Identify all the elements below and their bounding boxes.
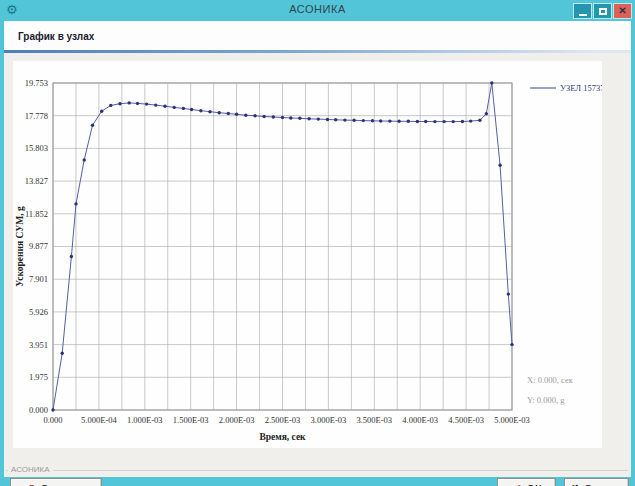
data-point-marker[interactable] bbox=[190, 108, 193, 111]
data-point-marker[interactable] bbox=[145, 102, 148, 105]
data-point-marker[interactable] bbox=[173, 106, 176, 109]
data-point-marker[interactable] bbox=[461, 120, 464, 123]
data-point-marker[interactable] bbox=[326, 118, 329, 121]
y-tick-label: 19.753 bbox=[25, 78, 48, 88]
data-point-marker[interactable] bbox=[424, 120, 427, 123]
data-point-marker[interactable] bbox=[109, 104, 112, 107]
data-point-marker[interactable] bbox=[100, 110, 103, 113]
data-point-marker[interactable] bbox=[136, 102, 139, 105]
data-point-marker[interactable] bbox=[478, 119, 481, 122]
data-point-marker[interactable] bbox=[388, 119, 391, 122]
x-axis-title: Время, сек bbox=[259, 432, 306, 442]
y-tick-label: 0.000 bbox=[29, 405, 48, 415]
data-point-marker[interactable] bbox=[469, 119, 472, 122]
data-point-marker[interactable] bbox=[272, 115, 275, 118]
footer-bar: АСОНИКА ? Справка ✔ ОК ✗ Отмена bbox=[4, 463, 631, 486]
x-tick-label: 5.000E-04 bbox=[81, 415, 117, 425]
data-point-marker[interactable] bbox=[352, 119, 355, 122]
y-axis-title: Ускорения СУМ, g bbox=[15, 206, 25, 287]
data-point-marker[interactable] bbox=[118, 102, 121, 105]
data-point-marker[interactable] bbox=[74, 202, 77, 205]
data-point-marker[interactable] bbox=[490, 81, 493, 84]
data-point-marker[interactable] bbox=[334, 118, 337, 121]
data-point-marker[interactable] bbox=[199, 109, 202, 112]
data-point-marker[interactable] bbox=[498, 164, 501, 167]
footer-group-label: АСОНИКА bbox=[8, 465, 53, 474]
data-point-marker[interactable] bbox=[371, 119, 374, 122]
data-point-marker[interactable] bbox=[61, 352, 64, 355]
y-tick-label: 1.975 bbox=[29, 372, 48, 382]
window-controls: ✕ bbox=[573, 3, 632, 19]
x-tick-label: 1.500E-03 bbox=[173, 415, 209, 425]
x-tick-label: 1.000E-03 bbox=[127, 415, 163, 425]
title-bar[interactable]: ⚙ АСОНИКА ✕ bbox=[0, 0, 635, 21]
data-point-marker[interactable] bbox=[154, 103, 157, 106]
minimize-button[interactable] bbox=[573, 3, 592, 19]
maximize-icon bbox=[599, 8, 607, 15]
data-point-marker[interactable] bbox=[163, 105, 166, 108]
maximize-button[interactable] bbox=[593, 3, 612, 19]
data-point-marker[interactable] bbox=[70, 255, 73, 258]
data-point-marker[interactable] bbox=[289, 116, 292, 119]
data-point-marker[interactable] bbox=[397, 120, 400, 123]
x-tick-label: 3.500E-03 bbox=[356, 415, 392, 425]
data-point-marker[interactable] bbox=[83, 158, 86, 161]
data-point-marker[interactable] bbox=[433, 120, 436, 123]
cancel-button[interactable]: ✗ Отмена bbox=[564, 478, 629, 486]
y-tick-label: 13.827 bbox=[25, 176, 48, 186]
window-title: АСОНИКА bbox=[0, 3, 635, 15]
data-point-marker[interactable] bbox=[262, 115, 265, 118]
data-point-marker[interactable] bbox=[235, 113, 238, 116]
data-point-marker[interactable] bbox=[362, 119, 365, 122]
data-point-marker[interactable] bbox=[343, 118, 346, 121]
legend-label: УЗЕЛ 15737 bbox=[560, 83, 602, 93]
y-tick-label: 5.926 bbox=[29, 307, 48, 317]
data-point-marker[interactable] bbox=[51, 408, 54, 411]
data-point-marker[interactable] bbox=[452, 120, 455, 123]
data-point-marker[interactable] bbox=[407, 120, 410, 123]
data-point-marker[interactable] bbox=[442, 120, 445, 123]
y-tick-label: 7.901 bbox=[29, 274, 48, 284]
data-point-marker[interactable] bbox=[208, 110, 211, 113]
data-point-marker[interactable] bbox=[485, 112, 488, 115]
data-point-marker[interactable] bbox=[281, 116, 284, 119]
ok-button[interactable]: ✔ ОК bbox=[497, 478, 556, 486]
menu-item-graph-in-nodes[interactable]: График в узлах bbox=[14, 29, 98, 44]
data-point-marker[interactable] bbox=[91, 124, 94, 127]
checkmark-icon: ✔ bbox=[511, 482, 521, 486]
data-point-marker[interactable] bbox=[507, 292, 510, 295]
data-point-marker[interactable] bbox=[307, 117, 310, 120]
data-point-marker[interactable] bbox=[510, 343, 513, 346]
data-point-marker[interactable] bbox=[182, 107, 185, 110]
chart-panel: 0.0005.000E-041.000E-031.500E-032.000E-0… bbox=[13, 61, 602, 448]
data-point-marker[interactable] bbox=[416, 120, 419, 123]
y-tick-label: 9.877 bbox=[29, 241, 48, 251]
app-window: ⚙ АСОНИКА ✕ График в узлах 0.0005.000E-0… bbox=[0, 0, 635, 486]
footer-group-line bbox=[6, 470, 628, 471]
cancel-x-icon: ✗ bbox=[570, 483, 579, 486]
close-icon: ✕ bbox=[618, 6, 626, 16]
cursor-readout-x: X: 0.000, сек bbox=[527, 375, 574, 385]
help-button[interactable]: ? Справка bbox=[10, 478, 102, 486]
menu-bar: График в узлах bbox=[4, 21, 631, 50]
x-tick-label: 2.000E-03 bbox=[219, 415, 255, 425]
cursor-readout-y: Y: 0.000, g bbox=[527, 395, 565, 405]
data-point-marker[interactable] bbox=[218, 111, 221, 114]
x-tick-label: 5.000E-03 bbox=[494, 415, 530, 425]
data-point-marker[interactable] bbox=[253, 114, 256, 117]
minimize-icon bbox=[579, 14, 587, 16]
data-point-marker[interactable] bbox=[227, 112, 230, 115]
x-tick-label: 4.000E-03 bbox=[402, 415, 438, 425]
data-point-marker[interactable] bbox=[379, 119, 382, 122]
y-tick-label: 3.951 bbox=[29, 340, 48, 350]
data-point-marker[interactable] bbox=[244, 114, 247, 117]
data-point-marker[interactable] bbox=[128, 101, 131, 104]
line-chart[interactable]: 0.0005.000E-041.000E-031.500E-032.000E-0… bbox=[13, 61, 602, 448]
x-tick-label: 4.500E-03 bbox=[448, 415, 484, 425]
content-area: 0.0005.000E-041.000E-031.500E-032.000E-0… bbox=[4, 53, 631, 471]
data-point-marker[interactable] bbox=[317, 117, 320, 120]
data-point-marker[interactable] bbox=[298, 117, 301, 120]
window-body: График в узлах 0.0005.000E-041.000E-031.… bbox=[4, 21, 631, 477]
close-button[interactable]: ✕ bbox=[613, 3, 632, 19]
y-tick-label: 15.803 bbox=[25, 143, 48, 153]
